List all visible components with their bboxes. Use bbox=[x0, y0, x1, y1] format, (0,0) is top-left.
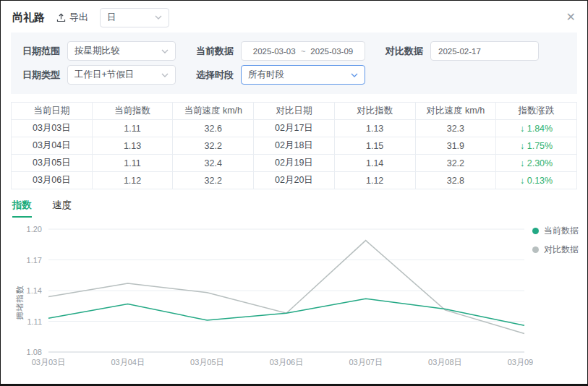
table-cell: 03月04日 bbox=[12, 137, 93, 155]
legend-item-current[interactable]: 当前数据 bbox=[532, 225, 579, 237]
table-cell: 1.12 bbox=[92, 172, 173, 189]
svg-text:03月07日: 03月07日 bbox=[349, 358, 382, 366]
time-slot-select-value: 所有时段 bbox=[248, 69, 284, 81]
table-cell: 32.8 bbox=[415, 172, 496, 189]
svg-text:03月08日: 03月08日 bbox=[428, 358, 461, 366]
compare-data-label: 对比数据 bbox=[385, 45, 430, 58]
current-range-start: 2025-03-03 bbox=[253, 47, 296, 56]
table-cell: 31.9 bbox=[415, 137, 496, 155]
svg-text:1.11: 1.11 bbox=[27, 317, 42, 326]
filter-row-1: 日期范围 按星期比较 当前数据 2025-03-03 ~ 2025-03-09 … bbox=[22, 40, 566, 62]
table-cell: 03月05日 bbox=[12, 155, 93, 172]
export-button[interactable]: 导出 bbox=[56, 11, 88, 24]
chart-canvas: 1.081.111.141.171.2003月03日03月04日03月05日03… bbox=[8, 219, 533, 385]
table-row: 03月06日 1.12 32.2 02月20日 1.12 32.8 ↓ 0.13… bbox=[12, 172, 577, 189]
legend-dot-current bbox=[532, 228, 539, 234]
table-cell: 32.2 bbox=[415, 155, 496, 172]
tab-index[interactable]: 指数 bbox=[12, 199, 32, 218]
chevron-down-icon bbox=[351, 73, 358, 77]
chart-tabs: 指数 速度 bbox=[12, 199, 576, 218]
legend-dot-compare bbox=[532, 246, 539, 253]
export-icon bbox=[56, 13, 66, 22]
header-bar: 尚礼路 导出 日 ✕ bbox=[1, 1, 587, 31]
index-change-cell: ↓ 0.13% bbox=[496, 172, 577, 189]
time-slot-label: 选择时段 bbox=[196, 69, 241, 82]
index-change-cell: ↓ 1.75% bbox=[496, 137, 577, 155]
svg-text:1.17: 1.17 bbox=[27, 256, 42, 265]
table-cell: 1.11 bbox=[92, 155, 173, 172]
chevron-down-icon bbox=[161, 49, 169, 53]
current-data-label: 当前数据 bbox=[196, 45, 241, 58]
road-compare-panel: 尚礼路 导出 日 ✕ 日期范围 按星期比较 当前数据 bbox=[0, 0, 588, 386]
close-icon[interactable]: ✕ bbox=[566, 12, 576, 23]
table-cell: 1.11 bbox=[92, 120, 173, 137]
col-header: 当前日期 bbox=[12, 103, 93, 120]
chart-legend: 当前数据 对比数据 bbox=[532, 225, 579, 262]
table-cell: 32.2 bbox=[173, 172, 254, 189]
filter-panel: 日期范围 按星期比较 当前数据 2025-03-03 ~ 2025-03-09 … bbox=[11, 33, 577, 94]
table-cell: 02月17日 bbox=[254, 120, 335, 137]
table-row: 03月03日 1.11 32.6 02月17日 1.13 32.3 ↓ 1.84… bbox=[12, 120, 577, 137]
table-cell: 1.13 bbox=[334, 120, 415, 137]
svg-text:03月09日: 03月09日 bbox=[508, 358, 533, 366]
period-select-value: 日 bbox=[107, 12, 116, 24]
compare-date-input[interactable]: 2025-02-17 bbox=[430, 41, 539, 61]
page-title: 尚礼路 bbox=[12, 11, 45, 25]
table-cell: 03月03日 bbox=[12, 120, 93, 137]
date-type-select-value: 工作日+节假日 bbox=[74, 69, 134, 81]
date-type-select[interactable]: 工作日+节假日 bbox=[67, 65, 176, 85]
comparison-table: 当前日期 当前指数 当前速度 km/h 对比日期 对比指数 对比速度 km/h … bbox=[11, 102, 577, 189]
table-cell: 1.13 bbox=[92, 137, 173, 155]
date-type-label: 日期类型 bbox=[22, 69, 67, 82]
table-cell: 02月19日 bbox=[254, 155, 335, 172]
period-select[interactable]: 日 bbox=[100, 8, 169, 27]
table-cell: 32.2 bbox=[173, 137, 254, 155]
index-change-cell: ↓ 2.30% bbox=[496, 155, 577, 172]
col-header: 对比日期 bbox=[254, 103, 335, 120]
table-header-row: 当前日期 当前指数 当前速度 km/h 对比日期 对比指数 对比速度 km/h … bbox=[12, 103, 577, 120]
legend-item-compare[interactable]: 对比数据 bbox=[532, 244, 579, 256]
table-cell: 1.15 bbox=[334, 137, 415, 155]
current-range-end: 2025-03-09 bbox=[310, 47, 353, 56]
table-row: 03月04日 1.13 32.2 02月18日 1.15 31.9 ↓ 1.75… bbox=[12, 137, 577, 155]
legend-label: 当前数据 bbox=[544, 225, 579, 237]
table-cell: 1.12 bbox=[334, 172, 415, 189]
date-range-label: 日期范围 bbox=[22, 45, 67, 58]
svg-text:1.08: 1.08 bbox=[27, 348, 42, 356]
current-date-range-input[interactable]: 2025-03-03 ~ 2025-03-09 bbox=[241, 41, 365, 61]
index-line-chart: 拥堵指数 1.081.111.141.171.2003月03日03月04日03月… bbox=[8, 219, 580, 385]
table-cell: 32.3 bbox=[415, 120, 496, 137]
chevron-down-icon bbox=[161, 73, 169, 77]
svg-text:03月03日: 03月03日 bbox=[32, 358, 65, 366]
svg-text:03月04日: 03月04日 bbox=[111, 358, 144, 366]
table-cell: 02月20日 bbox=[254, 172, 335, 189]
time-slot-select[interactable]: 所有时段 bbox=[241, 65, 365, 85]
col-header: 当前指数 bbox=[92, 103, 173, 120]
chevron-down-icon bbox=[155, 15, 162, 20]
col-header: 指数涨跌 bbox=[496, 103, 577, 120]
date-range-select[interactable]: 按星期比较 bbox=[67, 41, 176, 61]
filter-row-2: 日期类型 工作日+节假日 选择时段 所有时段 bbox=[22, 64, 566, 86]
col-header: 对比指数 bbox=[334, 103, 415, 120]
table-cell: 02月18日 bbox=[254, 137, 335, 155]
index-change-cell: ↓ 1.84% bbox=[496, 120, 577, 137]
date-range-select-value: 按星期比较 bbox=[74, 45, 120, 57]
svg-text:1.20: 1.20 bbox=[27, 225, 42, 233]
export-label: 导出 bbox=[69, 11, 88, 24]
svg-text:03月06日: 03月06日 bbox=[270, 358, 303, 366]
svg-text:03月05日: 03月05日 bbox=[190, 358, 223, 366]
range-separator: ~ bbox=[301, 47, 306, 56]
tab-speed[interactable]: 速度 bbox=[52, 199, 72, 218]
compare-date-value: 2025-02-17 bbox=[438, 47, 481, 56]
table-cell: 32.6 bbox=[173, 120, 254, 137]
legend-label: 对比数据 bbox=[544, 244, 579, 256]
table-cell: 1.14 bbox=[334, 155, 415, 172]
table-cell: 03月06日 bbox=[12, 172, 93, 189]
table-row: 03月05日 1.11 32.4 02月19日 1.14 32.2 ↓ 2.30… bbox=[12, 155, 577, 172]
col-header: 对比速度 km/h bbox=[415, 103, 496, 120]
svg-text:1.14: 1.14 bbox=[27, 286, 42, 295]
table-cell: 32.4 bbox=[173, 155, 254, 172]
col-header: 当前速度 km/h bbox=[173, 103, 254, 120]
